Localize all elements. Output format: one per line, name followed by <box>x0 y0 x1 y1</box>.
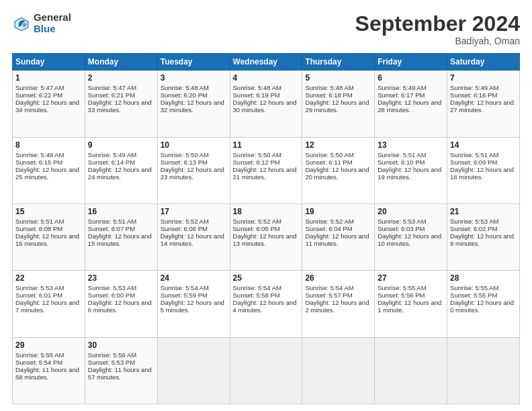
daylight-label: Daylight: 12 hours and 33 minutes. <box>88 99 152 113</box>
sunset-label: Sunset: 6:09 PM <box>450 158 497 166</box>
table-row: 2Sunrise: 5:47 AMSunset: 6:21 PMDaylight… <box>85 71 157 137</box>
day-number: 16 <box>88 207 154 216</box>
sunrise-label: Sunrise: 5:53 AM <box>88 284 136 291</box>
table-row: 19Sunrise: 5:52 AMSunset: 6:04 PMDayligh… <box>302 203 375 270</box>
day-number: 18 <box>233 207 300 216</box>
sunrise-label: Sunrise: 5:48 AM <box>161 84 209 91</box>
table-row: 18Sunrise: 5:52 AMSunset: 6:05 PMDayligh… <box>230 203 302 270</box>
daylight-label: Daylight: 12 hours and 11 minutes. <box>305 232 369 247</box>
sunrise-label: Sunrise: 5:54 AM <box>305 284 353 291</box>
sunset-label: Sunset: 6:08 PM <box>15 225 62 232</box>
daylight-label: Daylight: 12 hours and 21 minutes. <box>233 166 297 181</box>
sunrise-label: Sunrise: 5:49 AM <box>15 151 64 158</box>
table-row: 4Sunrise: 5:48 AMSunset: 6:19 PMDaylight… <box>230 71 302 137</box>
table-row <box>302 337 375 404</box>
table-row: 29Sunrise: 5:55 AMSunset: 5:54 PMDayligh… <box>13 337 85 404</box>
sunrise-label: Sunrise: 5:53 AM <box>450 218 498 225</box>
sunrise-label: Sunrise: 5:52 AM <box>233 218 281 225</box>
table-row: 20Sunrise: 5:53 AMSunset: 6:03 PMDayligh… <box>375 203 447 270</box>
table-row <box>375 337 447 404</box>
col-sunday: Sunday <box>13 54 85 71</box>
sunrise-label: Sunrise: 5:47 AM <box>88 84 136 91</box>
sunrise-label: Sunrise: 5:50 AM <box>305 151 353 158</box>
table-row <box>157 337 230 404</box>
daylight-label: Daylight: 12 hours and 4 minutes. <box>233 299 297 314</box>
daylight-label: Daylight: 12 hours and 15 minutes. <box>88 232 152 247</box>
day-number: 22 <box>15 273 82 283</box>
calendar: Sunday Monday Tuesday Wednesday Thursday… <box>12 53 520 404</box>
logo-text: General Blue <box>34 12 71 34</box>
sunset-label: Sunset: 6:21 PM <box>88 91 135 99</box>
sunset-label: Sunset: 5:59 PM <box>161 291 208 299</box>
table-row: 6Sunrise: 5:49 AMSunset: 6:17 PMDaylight… <box>375 71 447 137</box>
table-row: 22Sunrise: 5:53 AMSunset: 6:01 PMDayligh… <box>13 271 85 337</box>
table-row: 7Sunrise: 5:49 AMSunset: 6:16 PMDaylight… <box>447 71 520 137</box>
sunrise-label: Sunrise: 5:56 AM <box>88 351 136 359</box>
table-row: 11Sunrise: 5:50 AMSunset: 6:12 PMDayligh… <box>230 137 302 203</box>
sunset-label: Sunset: 6:17 PM <box>378 91 425 99</box>
day-number: 14 <box>450 140 517 150</box>
day-number: 11 <box>233 140 300 150</box>
sunrise-label: Sunrise: 5:48 AM <box>305 84 353 91</box>
daylight-label: Daylight: 12 hours and 2 minutes. <box>305 299 369 314</box>
day-number: 6 <box>378 73 444 83</box>
daylight-label: Daylight: 11 hours and 58 minutes. <box>15 366 79 381</box>
table-row: 16Sunrise: 5:51 AMSunset: 6:07 PMDayligh… <box>85 203 157 270</box>
logo: General Blue <box>12 12 71 34</box>
daylight-label: Daylight: 12 hours and 34 minutes. <box>15 99 79 113</box>
sunrise-label: Sunrise: 5:49 AM <box>378 84 426 91</box>
sunrise-label: Sunrise: 5:52 AM <box>305 218 353 225</box>
daylight-label: Daylight: 12 hours and 25 minutes. <box>15 166 79 181</box>
daylight-label: Daylight: 12 hours and 5 minutes. <box>161 299 224 314</box>
title-block: September 2024 Badiyah, Oman <box>355 12 520 46</box>
sunset-label: Sunset: 5:54 PM <box>15 359 62 366</box>
sunset-label: Sunset: 6:15 PM <box>15 158 62 166</box>
col-friday: Friday <box>375 54 447 71</box>
col-tuesday: Tuesday <box>157 54 230 71</box>
sunset-label: Sunset: 6:03 PM <box>378 225 425 232</box>
page: General Blue September 2024 Badiyah, Oma… <box>0 0 532 411</box>
sunset-label: Sunset: 6:00 PM <box>88 291 135 299</box>
table-row: 25Sunrise: 5:54 AMSunset: 5:58 PMDayligh… <box>230 271 302 337</box>
day-number: 25 <box>233 273 300 283</box>
sunset-label: Sunset: 6:22 PM <box>15 91 62 99</box>
sunrise-label: Sunrise: 5:50 AM <box>233 151 281 158</box>
day-number: 10 <box>161 140 227 150</box>
logo-general-text: General <box>34 12 71 24</box>
sunset-label: Sunset: 6:06 PM <box>161 225 208 232</box>
day-number: 26 <box>305 273 371 283</box>
day-number: 23 <box>88 273 154 283</box>
sunset-label: Sunset: 6:05 PM <box>233 225 280 232</box>
sunrise-label: Sunrise: 5:54 AM <box>233 284 281 291</box>
table-row: 15Sunrise: 5:51 AMSunset: 6:08 PMDayligh… <box>13 203 85 270</box>
daylight-label: Daylight: 12 hours and 29 minutes. <box>305 99 369 113</box>
day-number: 4 <box>233 73 300 83</box>
daylight-label: Daylight: 12 hours and 1 minute. <box>378 299 441 314</box>
table-row <box>447 337 520 404</box>
day-number: 15 <box>15 207 82 216</box>
sunrise-label: Sunrise: 5:55 AM <box>15 351 64 359</box>
sunrise-label: Sunrise: 5:55 AM <box>450 284 498 291</box>
sunset-label: Sunset: 6:19 PM <box>233 91 280 99</box>
sunset-label: Sunset: 5:57 PM <box>305 291 352 299</box>
sunset-label: Sunset: 6:11 PM <box>305 158 352 166</box>
daylight-label: Daylight: 12 hours and 28 minutes. <box>378 99 441 113</box>
table-row: 12Sunrise: 5:50 AMSunset: 6:11 PMDayligh… <box>302 137 375 203</box>
day-number: 19 <box>305 207 371 216</box>
daylight-label: Daylight: 12 hours and 24 minutes. <box>88 166 152 181</box>
table-row: 21Sunrise: 5:53 AMSunset: 6:02 PMDayligh… <box>447 203 520 270</box>
table-row: 9Sunrise: 5:49 AMSunset: 6:14 PMDaylight… <box>85 137 157 203</box>
table-row: 14Sunrise: 5:51 AMSunset: 6:09 PMDayligh… <box>447 137 520 203</box>
sunrise-label: Sunrise: 5:47 AM <box>15 84 64 91</box>
day-number: 9 <box>88 140 154 150</box>
table-row: 27Sunrise: 5:55 AMSunset: 5:56 PMDayligh… <box>375 271 447 337</box>
sunset-label: Sunset: 6:04 PM <box>305 225 352 232</box>
daylight-label: Daylight: 11 hours and 57 minutes. <box>88 366 152 381</box>
day-number: 13 <box>378 140 444 150</box>
sunrise-label: Sunrise: 5:51 AM <box>88 218 136 225</box>
daylight-label: Daylight: 12 hours and 20 minutes. <box>305 166 369 181</box>
table-row: 10Sunrise: 5:50 AMSunset: 6:13 PMDayligh… <box>157 137 230 203</box>
table-row: 26Sunrise: 5:54 AMSunset: 5:57 PMDayligh… <box>302 271 375 337</box>
table-row: 28Sunrise: 5:55 AMSunset: 5:55 PMDayligh… <box>447 271 520 337</box>
day-number: 24 <box>161 273 227 283</box>
